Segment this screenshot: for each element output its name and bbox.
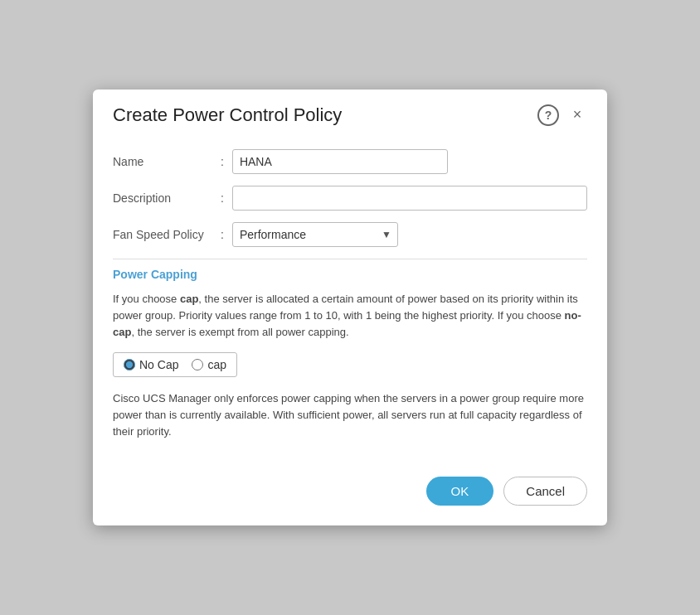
cancel-button[interactable]: Cancel [503,477,587,506]
dialog-body: Name : Description : Fan Speed Policy : … [93,136,607,461]
description-label: Description [113,191,221,205]
help-button[interactable]: ? [537,104,559,126]
no-cap-radio[interactable] [124,359,135,370]
close-button[interactable]: × [567,105,587,125]
name-colon: : [221,155,224,168]
fan-speed-colon: : [221,228,224,241]
power-cap-radio-group: No Cap cap [113,352,237,377]
name-row: Name : [113,149,587,174]
name-label: Name [113,155,221,168]
power-capping-info-2: Cisco UCS Manager only enforces power ca… [113,390,587,440]
description-row: Description : [113,186,587,211]
header-actions: ? × [537,104,587,126]
create-policy-dialog: Create Power Control Policy ? × Name : D… [93,90,607,526]
no-cap-text: No Cap [139,358,178,371]
cap-label[interactable]: cap [192,358,226,371]
fan-speed-label: Fan Speed Policy [113,228,221,241]
description-input[interactable] [232,186,587,211]
cap-radio[interactable] [192,359,203,370]
description-colon: : [221,191,224,205]
fan-speed-select-wrapper: Performance Balanced Low Power High Powe… [232,222,398,247]
dialog-header: Create Power Control Policy ? × [93,90,607,136]
fan-speed-row: Fan Speed Policy : Performance Balanced … [113,222,587,247]
name-input[interactable] [232,149,448,174]
no-cap-label[interactable]: No Cap [124,358,178,371]
dialog-title: Create Power Control Policy [113,104,342,126]
dialog-footer: OK Cancel [93,460,607,525]
ok-button[interactable]: OK [426,477,494,506]
fan-speed-select[interactable]: Performance Balanced Low Power High Powe… [232,222,398,247]
cap-text: cap [207,358,226,371]
power-capping-title: Power Capping [113,268,197,281]
power-capping-info-1: If you choose cap, the server is allocat… [113,291,587,341]
power-capping-section-header: Power Capping [113,259,587,281]
